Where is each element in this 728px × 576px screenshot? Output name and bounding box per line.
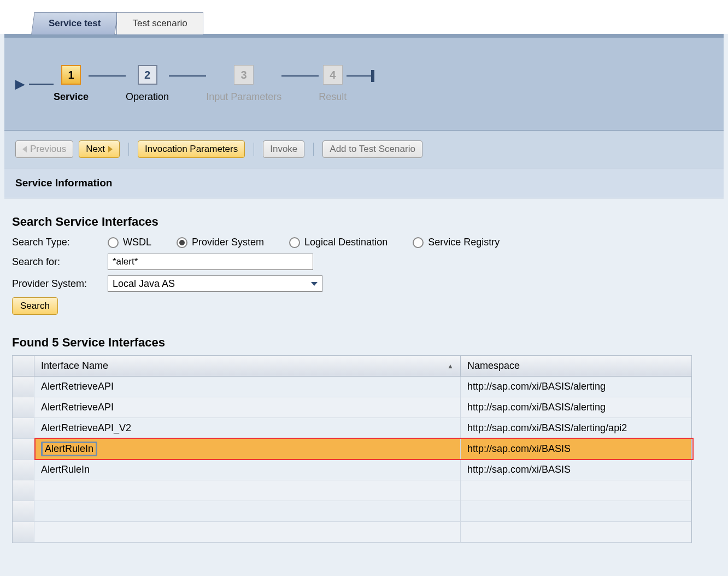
roadmap-step-label: Input Parameters — [206, 91, 281, 103]
radio-service-registry[interactable]: Service Registry — [413, 237, 500, 248]
search-for-label: Search for: — [12, 256, 108, 268]
grid-body: AlertRetrieveAPI http://sap.com/xi/BASIS… — [13, 377, 691, 543]
roadmap-step-result: 4 Result — [319, 65, 347, 103]
row-selector — [13, 522, 34, 542]
roadmap-step-number: 3 — [234, 65, 254, 85]
table-row[interactable]: AlertRuleIn http://sap.com/xi/BASIS — [13, 460, 691, 480]
roadmap-step-number: 2 — [138, 65, 157, 85]
cell-empty — [461, 522, 691, 542]
roadmap-step-label: Result — [319, 91, 347, 103]
search-for-row: Search for: — [12, 254, 716, 270]
radio-icon — [177, 237, 187, 248]
radio-logical-destination[interactable]: Logical Destination — [289, 237, 388, 248]
roadmap: ▶ 1 Service 2 Operation 3 Input Paramete… — [4, 65, 724, 103]
roadmap-step-number: 1 — [61, 65, 81, 85]
chevron-down-icon — [311, 282, 318, 286]
column-label: Namespace — [467, 360, 520, 372]
row-selector[interactable] — [13, 397, 34, 418]
grid-header-namespace[interactable]: Namespace — [461, 356, 691, 376]
sort-indicator-icon: ▲ — [447, 362, 454, 370]
row-selector[interactable] — [13, 439, 34, 459]
cell-interface-name: AlertRuleIn — [34, 439, 461, 459]
row-selector — [13, 480, 34, 501]
cell-empty — [34, 480, 461, 501]
search-for-input[interactable] — [108, 254, 313, 270]
search-button[interactable]: Search — [12, 297, 58, 315]
cell-interface-name: AlertRetrieveAPI — [34, 397, 461, 418]
dropdown-value: Local Java AS — [113, 278, 175, 290]
row-selector[interactable] — [13, 418, 34, 438]
cell-namespace: http://sap.com/xi/BASIS — [461, 460, 691, 480]
button-label: Next — [86, 144, 105, 155]
button-label: Previous — [30, 144, 66, 155]
roadmap-end-icon — [371, 70, 374, 82]
cell-interface-name: AlertRuleIn — [34, 460, 461, 480]
cell-interface-name: AlertRetrieveAPI_V2 — [34, 418, 461, 438]
provider-system-dropdown[interactable]: Local Java AS — [108, 275, 322, 292]
row-selector — [13, 501, 34, 521]
grid-header: Interface Name ▲ Namespace — [13, 356, 691, 377]
roadmap-step-label: Operation — [126, 91, 169, 103]
invoke-button[interactable]: Invoke — [263, 140, 304, 158]
button-label: Invocation Parameters — [145, 144, 238, 155]
arrow-right-icon — [108, 146, 113, 152]
invocation-parameters-button[interactable]: Invocation Parameters — [138, 140, 245, 158]
row-selector[interactable] — [13, 460, 34, 480]
tab-test-scenario[interactable]: Test scenario — [116, 12, 203, 34]
cell-empty — [34, 501, 461, 521]
search-type-radio-group: WSDL Provider System Logical Destination… — [108, 237, 500, 248]
table-row-selected[interactable]: AlertRuleIn http://sap.com/xi/BASIS — [13, 439, 691, 460]
results-grid: Interface Name ▲ Namespace AlertRetrieve… — [12, 355, 692, 543]
roadmap-container: ▶ 1 Service 2 Operation 3 Input Paramete… — [4, 38, 724, 130]
roadmap-connector — [89, 75, 126, 77]
tab-label: Test scenario — [132, 18, 187, 28]
table-row[interactable]: AlertRetrieveAPI http://sap.com/xi/BASIS… — [13, 397, 691, 418]
roadmap-connector — [281, 75, 319, 77]
cell-empty — [461, 501, 691, 521]
table-row-empty — [13, 501, 691, 522]
radio-wsdl[interactable]: WSDL — [108, 237, 151, 248]
radio-label: Service Registry — [428, 237, 500, 248]
table-row-empty — [13, 480, 691, 501]
toolbar: Previous Next Invocation Parameters Invo… — [4, 130, 724, 168]
service-information-header: Service Information — [4, 168, 724, 198]
radio-icon — [289, 237, 300, 248]
cell-namespace: http://sap.com/xi/BASIS/alerting — [461, 397, 691, 418]
radio-icon — [413, 237, 424, 248]
radio-provider-system[interactable]: Provider System — [177, 237, 264, 248]
radio-label: Provider System — [192, 237, 264, 248]
tab-underline — [4, 34, 724, 38]
column-label: Interface Name — [41, 360, 108, 372]
grid-header-selector[interactable] — [13, 356, 34, 376]
radio-icon — [108, 237, 119, 248]
next-button[interactable]: Next — [79, 140, 120, 158]
cell-interface-name: AlertRetrieveAPI — [34, 377, 461, 397]
grid-header-interface-name[interactable]: Interface Name ▲ — [34, 356, 461, 376]
table-row[interactable]: AlertRetrieveAPI http://sap.com/xi/BASIS… — [13, 377, 691, 397]
cell-namespace: http://sap.com/xi/BASIS/alerting — [461, 377, 691, 397]
toolbar-separator — [313, 143, 314, 156]
provider-system-label: Provider System: — [12, 278, 108, 290]
roadmap-step-operation[interactable]: 2 Operation — [126, 65, 169, 103]
roadmap-connector — [169, 75, 206, 77]
add-to-test-scenario-button[interactable]: Add to Test Scenario — [322, 140, 422, 158]
arrow-left-icon — [22, 146, 27, 152]
tab-label: Service test — [49, 18, 101, 29]
previous-button: Previous — [15, 140, 73, 158]
cell-value: AlertRuleIn — [41, 442, 97, 456]
search-panel: Search Service Interfaces Search Type: W… — [0, 198, 728, 549]
radio-label: Logical Destination — [304, 237, 388, 248]
toolbar-separator — [128, 143, 129, 156]
roadmap-step-number: 4 — [323, 65, 343, 85]
section-title: Service Information — [15, 177, 112, 189]
tab-service-test[interactable]: Service test — [31, 12, 118, 34]
button-label: Add to Test Scenario — [330, 144, 415, 155]
table-row[interactable]: AlertRetrieveAPI_V2 http://sap.com/xi/BA… — [13, 418, 691, 439]
roadmap-step-service[interactable]: 1 Service — [54, 65, 89, 103]
toolbar-separator — [254, 143, 254, 156]
row-selector[interactable] — [13, 377, 34, 397]
cell-namespace: http://sap.com/xi/BASIS — [461, 439, 691, 459]
provider-system-row: Provider System: Local Java AS — [12, 275, 716, 292]
results-title: Found 5 Service Interfaces — [12, 336, 704, 350]
tab-strip: Service test Test scenario — [0, 0, 728, 34]
